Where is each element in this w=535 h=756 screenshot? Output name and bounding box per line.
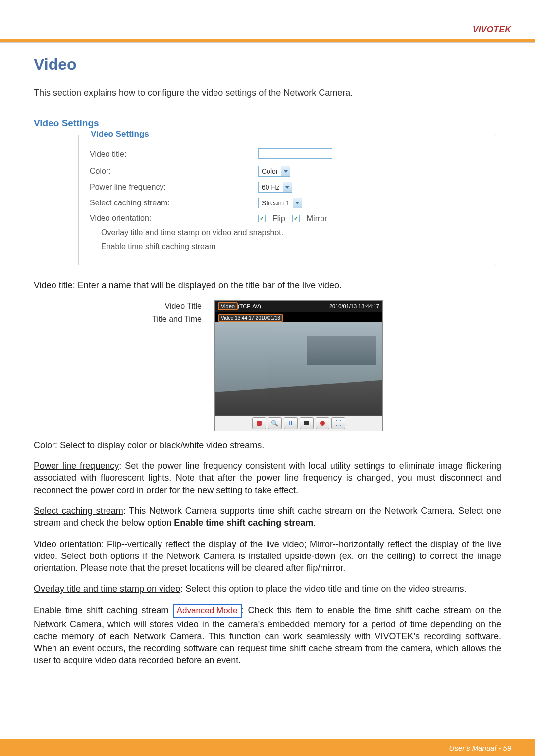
color-label: Color:: [90, 167, 258, 176]
power-freq-value: 60 Hz: [259, 183, 283, 191]
chevron-down-icon: [281, 166, 290, 176]
video-proto-label: (TCP-AV): [238, 303, 261, 309]
video-title-chip: Video: [218, 302, 238, 310]
video-preview: Video(TCP-AV) 2010/01/13 13:44:17 Video …: [214, 300, 383, 431]
caching-stream-label: Select caching stream:: [90, 199, 258, 207]
video-controls: 🔍 II ⛶: [215, 416, 382, 431]
mirror-checkbox[interactable]: [292, 215, 300, 222]
snapshot-button[interactable]: [252, 417, 266, 429]
overlay-paragraph: Overlay title and time stamp on video: S…: [34, 583, 501, 595]
annotation-connector: [207, 300, 214, 431]
header-rule: [0, 42, 535, 43]
video-title-input[interactable]: [258, 148, 332, 159]
page-footer: User's Manual - 59: [0, 739, 535, 756]
overlay-checkbox[interactable]: [90, 229, 97, 236]
anno-title-time: Title and Time: [152, 313, 202, 326]
panel-legend: Video Settings: [88, 129, 152, 139]
chevron-down-icon: [283, 182, 292, 192]
record-button[interactable]: [316, 417, 329, 429]
video-title-annotation: Video Title Title and Time Video(TCP-AV)…: [34, 300, 501, 431]
timeshift-checkbox[interactable]: [90, 243, 97, 250]
video-timestamp: 2010/01/13 13:44:17: [329, 303, 379, 309]
overlay-checkbox-label: Overlay title and time stamp on video an…: [101, 228, 283, 237]
anno-video-title: Video Title: [152, 300, 202, 313]
pause-button[interactable]: II: [284, 417, 298, 429]
timeshift-paragraph: Enable time shift caching stream Advance…: [34, 604, 501, 666]
caching-paragraph: Select caching stream: This Network Came…: [34, 505, 501, 529]
color-select-value: Color: [259, 167, 281, 175]
video-scene: [215, 322, 382, 416]
brand-label: VIVOTEK: [473, 25, 511, 35]
intro-text: This section explains how to configure t…: [34, 88, 501, 98]
mirror-label: Mirror: [307, 214, 327, 223]
caching-stream-select[interactable]: Stream 1: [258, 198, 302, 208]
advanced-mode-badge: Advanced Mode: [173, 604, 242, 618]
video-settings-panel: Video Settings Video title: Color: Color…: [78, 135, 496, 265]
flip-checkbox[interactable]: [258, 215, 266, 222]
stop-button[interactable]: [300, 417, 314, 429]
color-paragraph: Color: Select to display color or black/…: [34, 439, 501, 451]
overlay-title-time-chip: Video 13:44:17 2010/01/13: [218, 314, 283, 322]
section-subheading: Video Settings: [34, 118, 501, 129]
chevron-down-icon: [293, 198, 302, 208]
power-freq-select[interactable]: 60 Hz: [258, 182, 292, 193]
timeshift-checkbox-label: Enable time shift caching stream: [101, 242, 215, 251]
orientation-label: Video orientation:: [90, 214, 258, 223]
power-freq-label: Power line frequency:: [90, 183, 258, 192]
video-title-label: Video title:: [90, 150, 258, 159]
color-select[interactable]: Color: [258, 166, 290, 177]
flip-label: Flip: [272, 214, 285, 223]
page-title: Video: [34, 55, 501, 74]
orientation-paragraph: Video orientation: Flip--vertically refl…: [34, 538, 501, 574]
caching-stream-value: Stream 1: [259, 199, 293, 207]
zoom-button[interactable]: 🔍: [268, 417, 282, 429]
video-title-paragraph: Video title: Enter a name that will be d…: [34, 279, 501, 291]
fullscreen-button[interactable]: ⛶: [331, 417, 345, 429]
power-paragraph: Power line frequency: Set the power line…: [34, 460, 501, 496]
